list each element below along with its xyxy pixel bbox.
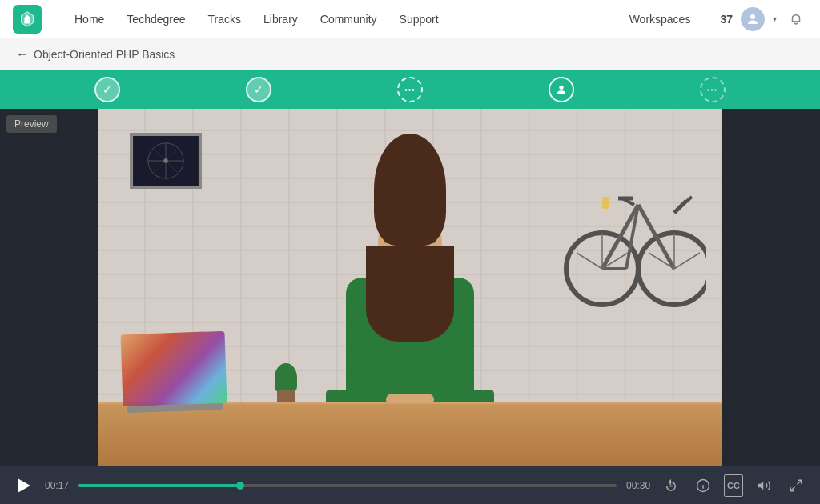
nav-links: Home Techdegree Tracks Library Community… [65,8,629,30]
nav-techdegree[interactable]: Techdegree [117,8,195,30]
breadcrumb-bar: ← Object-Oriented PHP Basics [0,38,820,70]
nav-support[interactable]: Support [390,8,448,30]
person-hair [374,134,446,246]
step2-check-icon: ✓ [254,83,263,96]
nav-home[interactable]: Home [65,8,114,30]
video-sidebar-left: Preview [0,109,98,466]
info-button[interactable] [692,474,714,497]
svg-line-17 [681,197,692,206]
svg-point-0 [750,14,755,19]
fullscreen-button[interactable] [785,474,807,497]
notification-bell[interactable] [785,8,807,30]
video-progress-fill [78,484,240,487]
picture-frame [130,133,202,189]
progress-step-3[interactable]: ••• [397,77,423,102]
svg-text:10: 10 [669,484,674,488]
step3-dots-icon: ••• [404,86,416,94]
current-time: 00:17 [45,480,69,491]
bicycle [562,141,706,317]
video-area: Preview [0,109,820,466]
progress-step-5[interactable]: ••• [700,77,726,102]
navbar-right: Workspaces 37 ▾ [629,7,807,31]
svg-line-34 [790,486,794,490]
person-body [322,182,498,406]
video-sidebar-right [722,109,820,466]
video-frame[interactable] [98,109,722,466]
svg-point-9 [163,158,167,162]
svg-line-24 [674,253,700,269]
navbar: Home Techdegree Tracks Library Community… [0,0,820,38]
cc-label: CC [727,481,740,490]
play-icon [18,478,30,493]
back-arrow: ← [16,47,29,62]
svg-line-13 [638,205,674,269]
cc-button[interactable]: CC [724,474,743,497]
laptop [120,331,227,406]
desk [98,402,722,466]
nav-divider [58,7,58,31]
play-button[interactable] [13,474,35,497]
nav-community[interactable]: Community [311,8,387,30]
avatar[interactable] [741,7,765,31]
notification-count: 37 [720,13,733,26]
svg-line-33 [798,480,802,484]
svg-line-22 [577,253,602,269]
video-scene [98,109,722,466]
progress-step-2[interactable]: ✓ [246,77,271,102]
progress-step-1[interactable]: ✓ [94,77,120,102]
rewind-button[interactable]: 10 [660,474,682,497]
step5-dots-icon: ••• [707,86,718,94]
nav-divider-2 [705,7,705,31]
breadcrumb-title: Object-Oriented PHP Basics [34,48,175,61]
end-time: 00:30 [626,480,650,491]
volume-button[interactable] [753,474,775,497]
svg-marker-32 [758,481,764,490]
logo[interactable] [13,5,42,34]
preview-label: Preview [6,115,57,133]
video-progress-thumb [236,482,244,490]
workspaces-link[interactable]: Workspaces [629,13,691,26]
main-content: ✓ ✓ ••• ••• Preview [0,70,820,504]
video-progress-track[interactable] [78,484,617,487]
breadcrumb-back[interactable]: ← Object-Oriented PHP Basics [16,47,175,62]
controls-bar: 00:17 00:30 10 CC [0,466,820,504]
step4-person-icon [555,83,568,96]
svg-marker-27 [18,478,30,493]
svg-point-2 [559,86,563,90]
nav-library[interactable]: Library [254,8,308,30]
avatar-chevron[interactable]: ▾ [773,14,777,23]
nav-tracks[interactable]: Tracks [199,8,251,30]
progress-track-bar: ✓ ✓ ••• ••• [0,70,820,109]
progress-step-4[interactable] [549,77,574,102]
step1-check-icon: ✓ [102,83,112,96]
svg-rect-26 [602,197,609,209]
plant-leaves [275,363,297,392]
plant [274,363,298,403]
